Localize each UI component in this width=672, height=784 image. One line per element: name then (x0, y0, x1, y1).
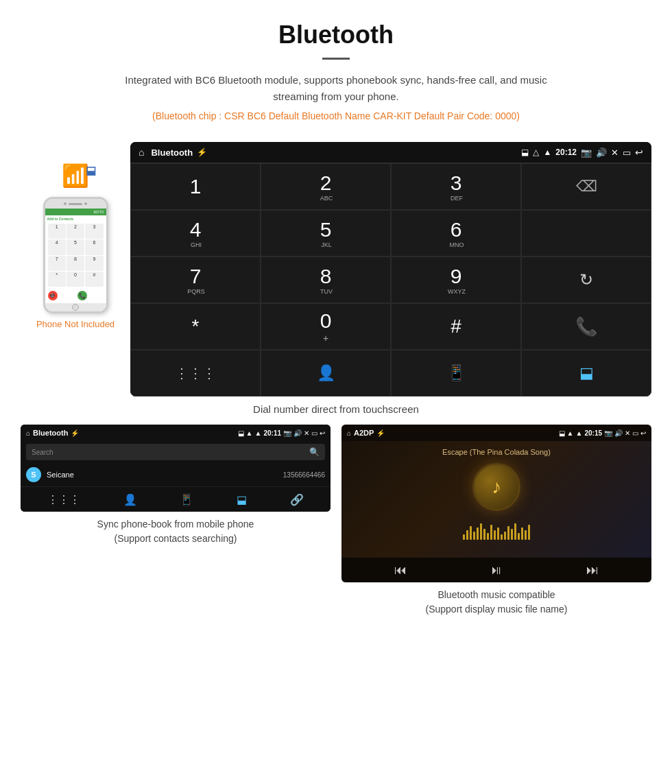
pb-bt-icon: ⬓ (238, 429, 244, 437)
dial-key-9[interactable]: 9WXYZ (391, 257, 521, 303)
pb-usb-icon: ⚡ (71, 429, 79, 437)
dial-key-backspace[interactable]: ⌫ (521, 163, 651, 210)
pb-nav-person-icon[interactable]: 👤 (123, 493, 137, 506)
music-sig-icon: ▲ (576, 429, 583, 437)
pb-nav-grid-icon[interactable]: ⋮⋮⋮ (47, 493, 80, 506)
bottom-row: ⌂ Bluetooth ⚡ ⬓ ▲ ▲ 20:11 📷 🔊 ✕ ▭ ↩ (0, 425, 672, 630)
music-time: 20:15 (584, 429, 602, 437)
pb-status-bar: ⌂ Bluetooth ⚡ ⬓ ▲ ▲ 20:11 📷 🔊 ✕ ▭ ↩ (21, 425, 331, 441)
pb-loc-icon: ▲ (246, 429, 253, 437)
dial-key-call[interactable]: 📞 (521, 303, 651, 350)
dial-key-0[interactable]: 0+ (261, 303, 391, 350)
contact-name: Seicane (47, 471, 283, 479)
phonebook-caption: Sync phone-book from mobile phone (Suppo… (97, 517, 254, 546)
back-icon[interactable]: ↩ (635, 147, 643, 158)
music-song-title: Escape (The Pina Colada Song) (442, 448, 551, 456)
pb-x-icon[interactable]: ✕ (304, 429, 309, 437)
dial-key-4[interactable]: 4GHI (130, 210, 261, 257)
home-icon[interactable]: ⌂ (139, 147, 144, 158)
dial-key-bluetooth[interactable]: ⬓ (521, 350, 651, 396)
usb-icon: ⚡ (197, 147, 207, 157)
pb-sig-icon: ▲ (255, 429, 262, 437)
contact-number: 13566664466 (283, 471, 325, 479)
music-section: ⌂ A2DP ⚡ ⬓ ▲ ▲ 20:15 📷 🔊 ✕ ▭ ↩ E (341, 425, 651, 617)
dial-key-5[interactable]: 5JKL (261, 210, 391, 257)
pb-nav-phone-icon[interactable]: 📱 (180, 493, 193, 506)
dial-screen: ⌂ Bluetooth ⚡ ⬓ △ ▲ 20:12 📷 🔊 ✕ ▭ ↩ 1 (130, 142, 651, 396)
pb-bottom-nav: ⋮⋮⋮ 👤 📱 ⬓ 🔗 (21, 487, 331, 512)
location-icon: △ (533, 147, 539, 157)
dial-cell-empty-1 (521, 210, 651, 257)
dial-grid: 1 2ABC 3DEF ⌫ 4GHI 5JKL 6MNO (130, 163, 651, 396)
pb-nav-bt-icon[interactable]: ⬓ (237, 493, 247, 506)
pb-nav-link-icon[interactable]: 🔗 (290, 493, 304, 506)
dial-key-3[interactable]: 3DEF (391, 163, 521, 210)
pb-win-icon[interactable]: ▭ (311, 429, 317, 437)
music-home-icon[interactable]: ⌂ (347, 429, 351, 437)
screen-title: Bluetooth (151, 147, 193, 158)
music-win-icon[interactable]: ▭ (632, 429, 638, 437)
music-album-art: ♪ (472, 463, 520, 511)
bluetooth-small-icon: ⬓ (86, 164, 96, 177)
bluetooth-specs: (Bluetooth chip : CSR BC6 Default Blueto… (27, 110, 645, 121)
dial-key-6[interactable]: 6MNO (391, 210, 521, 257)
pb-title: Bluetooth (33, 429, 68, 437)
music-bt-icon: ⬓ (559, 429, 565, 437)
dial-key-person[interactable]: 👤 (261, 350, 391, 396)
wifi-signal-icon: 📶 (62, 163, 89, 189)
music-back-icon[interactable]: ↩ (640, 429, 646, 437)
page-header: Bluetooth Integrated with BC6 Bluetooth … (0, 0, 672, 135)
pb-back-icon[interactable]: ↩ (320, 429, 325, 437)
pb-contact-row[interactable]: S Seicane 13566664466 (21, 463, 331, 487)
music-cam-icon[interactable]: 📷 (604, 429, 612, 437)
dial-key-2[interactable]: 2ABC (261, 163, 391, 210)
music-title: A2DP (354, 429, 374, 437)
pb-search-placeholder: Search (32, 449, 309, 456)
music-note-icon: ♪ (492, 476, 501, 498)
phone-image: MOTO Add to Contacts 123 456 789 *0# 📵 📞 (43, 197, 108, 313)
music-equalizer (463, 519, 530, 540)
phone-not-included-label: Phone Not Included (36, 319, 115, 329)
search-icon: 🔍 (309, 447, 320, 457)
music-screenshot: ⌂ A2DP ⚡ ⬓ ▲ ▲ 20:15 📷 🔊 ✕ ▭ ↩ E (341, 425, 651, 582)
dial-key-hash[interactable]: # (391, 303, 521, 350)
screen-status-bar: ⌂ Bluetooth ⚡ ⬓ △ ▲ 20:12 📷 🔊 ✕ ▭ ↩ (130, 142, 651, 163)
camera-icon[interactable]: 📷 (581, 147, 592, 158)
music-caption: Bluetooth music compatible (Support disp… (426, 588, 568, 617)
pb-home-icon[interactable]: ⌂ (26, 429, 30, 437)
music-x-icon[interactable]: ✕ (625, 429, 630, 437)
music-play-pause-icon[interactable]: ⏯ (490, 563, 503, 578)
volume-icon[interactable]: 🔊 (596, 147, 607, 158)
pb-time: 20:11 (263, 429, 281, 437)
dial-key-1[interactable]: 1 (130, 163, 261, 210)
page-title: Bluetooth (27, 21, 645, 49)
main-section: 📶 ⬓ MOTO Add to Contacts 123 456 789 *0#… (0, 135, 672, 396)
music-next-icon[interactable]: ⏭ (586, 563, 599, 578)
pb-vol-icon[interactable]: 🔊 (293, 429, 302, 437)
dial-key-7[interactable]: 7PQRS (130, 257, 261, 303)
pb-cam-icon[interactable]: 📷 (283, 429, 291, 437)
contact-initial: S (26, 467, 41, 482)
phone-mockup: 📶 ⬓ MOTO Add to Contacts 123 456 789 *0#… (21, 142, 130, 329)
close-icon[interactable]: ✕ (611, 147, 619, 158)
phonebook-screenshot: ⌂ Bluetooth ⚡ ⬓ ▲ ▲ 20:11 📷 🔊 ✕ ▭ ↩ (21, 425, 331, 512)
dial-key-refresh[interactable]: ↻ (521, 257, 651, 303)
music-content: Escape (The Pina Colada Song) ♪ (341, 441, 651, 558)
dial-key-phone[interactable]: 📱 (391, 350, 521, 396)
dial-key-star[interactable]: * (130, 303, 261, 350)
music-controls: ⏮ ⏯ ⏭ (341, 558, 651, 582)
music-loc-icon: ▲ (567, 429, 574, 437)
status-time: 20:12 (555, 147, 577, 157)
page-description: Integrated with BC6 Bluetooth module, su… (123, 72, 549, 105)
dial-caption: Dial number direct from touchscreen (0, 396, 672, 425)
dial-key-8[interactable]: 8TUV (261, 257, 391, 303)
dial-key-menu[interactable]: ⋮⋮⋮ (130, 350, 261, 396)
phonebook-section: ⌂ Bluetooth ⚡ ⬓ ▲ ▲ 20:11 📷 🔊 ✕ ▭ ↩ (21, 425, 331, 617)
phone-dialpad: 123 456 789 *0# (45, 222, 106, 288)
window-icon[interactable]: ▭ (623, 147, 631, 158)
add-contacts-label: Add to Contacts (45, 215, 106, 222)
pb-search-bar[interactable]: Search 🔍 (26, 444, 325, 460)
music-vol-icon[interactable]: 🔊 (614, 429, 623, 437)
music-prev-icon[interactable]: ⏮ (394, 563, 407, 578)
music-usb-icon: ⚡ (376, 429, 385, 437)
